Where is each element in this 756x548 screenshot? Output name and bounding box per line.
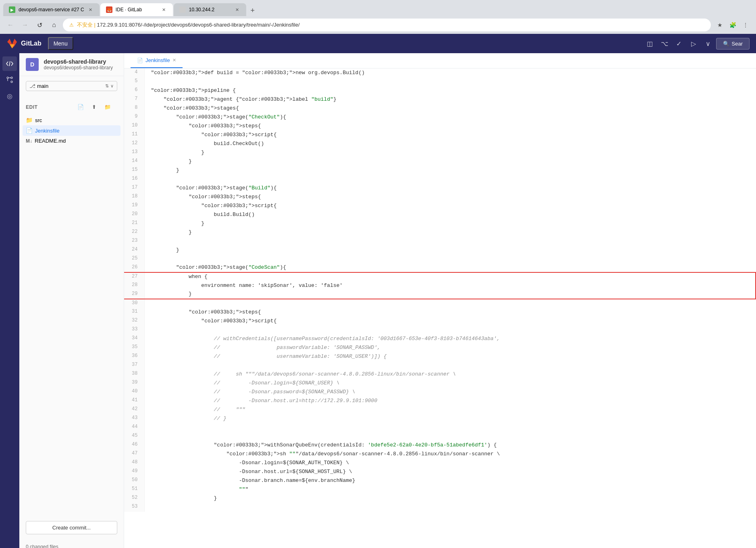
line-content: // -Dsonar.password=${SONAR_PASSWD} \: [144, 388, 756, 396]
line-content: // """: [144, 405, 756, 414]
table-row: 23: [124, 237, 756, 246]
tab-1-close[interactable]: ✕: [87, 6, 94, 13]
line-number: 9: [124, 113, 144, 122]
line-number: 29: [124, 290, 144, 299]
table-row: 6"color:#0033b3;">pipeline {: [124, 86, 756, 95]
line-number: 12: [124, 139, 144, 148]
line-content: "color:#0033b3;">script{: [144, 317, 756, 326]
file-tab-jenkinsfile[interactable]: 📄 Jenkinsfile ✕: [131, 53, 183, 68]
create-commit-button[interactable]: Create commit...: [26, 521, 117, 534]
reload-button[interactable]: ↺: [34, 19, 45, 31]
line-number: 44: [124, 423, 144, 432]
file-tab-close[interactable]: ✕: [172, 58, 176, 63]
sidebar-item-history[interactable]: ◎: [2, 89, 17, 103]
line-content: [144, 175, 756, 184]
line-content: "color:#0033b3;">stage("CodeScan"){: [144, 264, 756, 272]
tab-3-close[interactable]: ✕: [234, 6, 241, 13]
line-content: "color:#0033b3;">script{: [144, 131, 756, 139]
file-item-src[interactable]: 📁 src: [23, 115, 120, 125]
table-row: 37: [124, 361, 756, 370]
sidebar-item-code[interactable]: [2, 56, 17, 71]
gitlab-logo: GitLab: [6, 38, 42, 49]
line-content: }: [144, 494, 756, 503]
line-number: 52: [124, 494, 144, 503]
new-tab-button[interactable]: +: [247, 5, 258, 16]
tab-2-favicon: 🦊: [106, 6, 112, 13]
line-number: 8: [124, 104, 144, 113]
line-content: "color:#0033b3;">steps{: [144, 193, 756, 201]
table-row: 48 -Dsonar.login=${SONAR_AUTH_TOKEN} \: [124, 459, 756, 467]
bookmark-button[interactable]: ★: [714, 19, 725, 31]
line-content: "color:#0033b3;">withSonarQubeEnv(creden…: [144, 441, 756, 450]
sidebar-item-source[interactable]: [2, 73, 17, 87]
home-button[interactable]: ⌂: [48, 19, 60, 31]
merge-requests-icon[interactable]: ⌥: [658, 37, 671, 50]
line-number: 7: [124, 95, 144, 104]
line-number: 42: [124, 405, 144, 414]
line-number: 19: [124, 201, 144, 210]
file-item-readme[interactable]: M↓ README.md: [23, 136, 120, 146]
line-number: 34: [124, 334, 144, 343]
tab-2-close[interactable]: ✕: [161, 6, 167, 13]
file-tab-icon: 📄: [137, 58, 143, 63]
file-tab-bar: 📄 Jenkinsfile ✕: [124, 53, 756, 68]
extensions-button[interactable]: 🧩: [727, 19, 738, 31]
menu-button[interactable]: Menu: [48, 37, 73, 50]
sidebar-section-actions: 📄 ⬆ 📁: [71, 101, 117, 113]
search-label: Sear: [732, 41, 743, 47]
todos-icon[interactable]: ✓: [673, 37, 685, 50]
new-folder-button[interactable]: 📁: [101, 102, 114, 112]
tab-3[interactable]: 10.30.244.2 ✕: [174, 3, 246, 16]
search-icon: 🔍: [723, 41, 729, 47]
source-icon: [6, 76, 13, 83]
upload-button[interactable]: ⬆: [89, 102, 100, 112]
search-button[interactable]: 🔍 Sear: [716, 38, 750, 50]
jenkinsfile-icon: 📄: [26, 127, 33, 134]
branch-selector[interactable]: ⎇ main ⇅ ∨: [26, 81, 117, 91]
issues-icon[interactable]: ◫: [644, 37, 656, 50]
line-content: }: [144, 246, 756, 255]
line-content: [144, 77, 756, 86]
line-content: }: [144, 157, 756, 166]
snippets-icon[interactable]: ▷: [687, 37, 700, 50]
chevron-down-icon[interactable]: ∨: [702, 37, 714, 50]
table-row: 52 }: [124, 494, 756, 503]
line-content: // sh """/data/devops6/sonar-scanner-4.8…: [144, 370, 756, 379]
line-number: 51: [124, 485, 144, 494]
address-text: 不安全 | 172.29.9.101:8076/-/ide/project/de…: [77, 21, 300, 29]
line-content: build.CheckOut(): [144, 139, 756, 148]
line-number: 6: [124, 86, 144, 95]
line-content: build.Build(): [144, 210, 756, 219]
line-number: 11: [124, 131, 144, 139]
table-row: 46 "color:#0033b3;">withSonarQubeEnv(cre…: [124, 441, 756, 450]
code-editor[interactable]: 4"color:#0033b3;">def build = "color:#00…: [124, 68, 756, 548]
code-icon: [6, 60, 13, 67]
forward-button[interactable]: →: [19, 19, 31, 31]
file-item-jenkinsfile[interactable]: 📄 Jenkinsfile: [23, 125, 120, 136]
line-number: 22: [124, 228, 144, 237]
tab-2[interactable]: 🦊 IDE · GitLab ✕: [100, 3, 173, 16]
menu-button[interactable]: ⋮: [740, 19, 751, 31]
line-number: 45: [124, 432, 144, 441]
line-content: [144, 326, 756, 334]
line-number: 24: [124, 246, 144, 255]
table-row: 13 }: [124, 148, 756, 157]
line-content: // }: [144, 414, 756, 423]
back-button[interactable]: ←: [5, 19, 16, 31]
line-content: // -Dsonar.login=${SONAR_USER} \: [144, 379, 756, 388]
sort-icon: ⇅: [105, 83, 109, 89]
table-row: 35 // passwordVariable: 'SONAR_PASSWD',: [124, 343, 756, 352]
address-bar[interactable]: ⚠ 不安全 | 172.29.9.101:8076/-/ide/project/…: [63, 19, 711, 31]
line-number: 41: [124, 396, 144, 405]
tab-1[interactable]: ▶ devops6-maven-service #27 C ✕: [3, 3, 100, 16]
line-number: 16: [124, 175, 144, 184]
line-content: // usernameVariable: 'SONAR_USER')]) {: [144, 352, 756, 361]
table-row: 47 "color:#0033b3;">sh """/data/devops6/…: [124, 450, 756, 459]
line-number: 36: [124, 352, 144, 361]
line-number: 37: [124, 361, 144, 370]
svg-point-2: [11, 77, 12, 79]
new-file-button[interactable]: 📄: [74, 102, 87, 112]
line-content: [144, 503, 756, 512]
line-number: 53: [124, 503, 144, 512]
line-number: 28: [124, 281, 144, 290]
